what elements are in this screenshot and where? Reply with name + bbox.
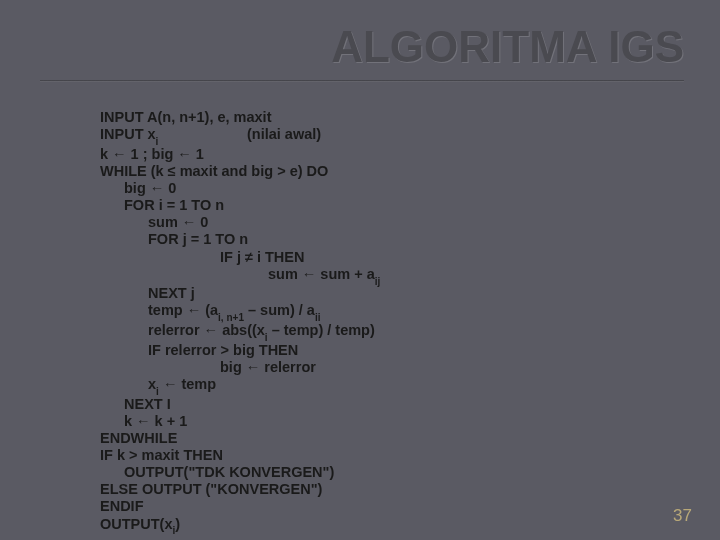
code-line: xi ← temp [148,376,216,396]
code-line: IF k > maxit THEN [100,447,223,463]
algorithm-code: INPUT A(n, n+1), e, maxit INPUT xi (nila… [100,92,380,535]
code-line: NEXT I [124,396,171,413]
code-line: k ← 1 ; big ← 1 [100,146,204,162]
code-line: FOR i = 1 TO n [124,197,224,214]
code-line: OUTPUT(xi) [100,516,180,532]
code-line: ENDIF [100,498,144,514]
code-line: IF j ≠ i THEN [220,249,305,266]
page-number: 37 [673,506,692,526]
code-line: WHILE (k ≤ maxit and big > e) DO [100,163,328,179]
code-line: ELSE OUTPUT ("KONVERGEN") [100,481,322,497]
code-line: sum ← sum + aij [268,266,380,286]
code-line: INPUT A(n, n+1), e, maxit [100,109,271,125]
code-line: k ← k + 1 [124,413,187,430]
code-line: big ← relerror [220,359,316,376]
code-line: NEXT j [148,285,195,302]
code-line: INPUT xi (nilai awal) [100,126,321,142]
code-line: relerror ← abs((xi – temp) / temp) [148,322,375,342]
slide-title: ALGORITMA IGS [331,22,684,72]
code-line: OUTPUT("TDK KONVERGEN") [124,464,334,481]
code-line: big ← 0 [124,180,176,197]
code-line: sum ← 0 [148,214,208,231]
code-line: FOR j = 1 TO n [148,231,248,248]
code-line: ENDWHILE [100,430,177,446]
code-line: temp ← (ai, n+1 – sum) / aii [148,302,320,322]
title-divider [40,80,684,82]
code-line: IF relerror > big THEN [148,342,298,359]
